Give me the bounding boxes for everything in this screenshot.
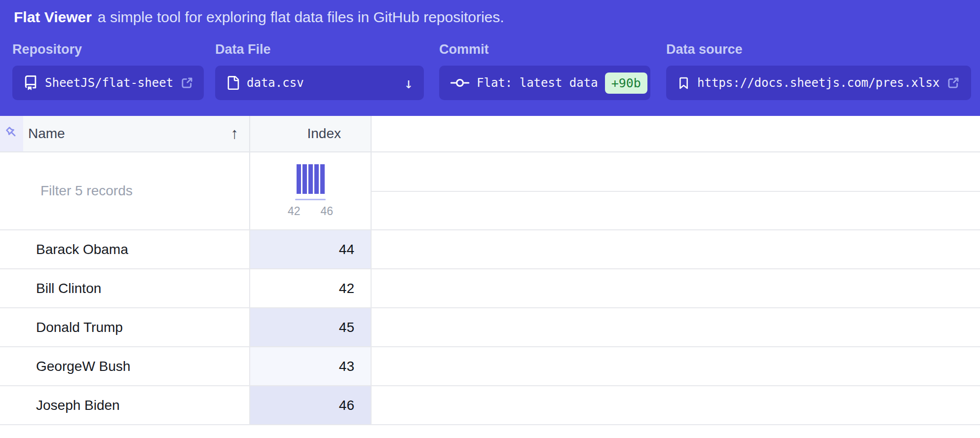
app-subtitle: a simple tool for exploring flat data fi…	[98, 9, 504, 25]
commit-label: Commit	[439, 41, 650, 57]
cell-index: 45	[250, 308, 372, 346]
data-file-value: data.csv	[247, 76, 304, 90]
file-icon	[226, 76, 240, 90]
data-file-label: Data File	[215, 41, 424, 57]
table-row: GeorgeW Bush 43	[0, 347, 980, 386]
cell-name: GeorgeW Bush	[0, 347, 250, 385]
repository-value: SheetJS/flat-sheet	[45, 76, 173, 90]
diff-badge: +90b	[605, 73, 647, 94]
data-file-field-group: Data File data.csv ↓	[215, 41, 424, 100]
histogram-min-label: 42	[288, 205, 301, 218]
app-header: Flat Viewera simple tool for exploring f…	[0, 0, 980, 116]
pin-column-header[interactable]	[0, 116, 23, 151]
dropdown-arrow-icon[interactable]: ↓	[404, 74, 413, 92]
cell-index: 46	[250, 386, 372, 424]
commit-icon	[450, 76, 470, 89]
index-histogram[interactable]: 42 46	[250, 152, 372, 229]
histogram-range-labels: 42 46	[288, 205, 333, 218]
table-row: Bill Clinton 42	[0, 269, 980, 308]
data-grid: Name ↑ Index 42 46 Barack	[0, 116, 980, 425]
sort-ascending-icon[interactable]: ↑	[231, 125, 239, 143]
cell-name: Joseph Biden	[0, 386, 250, 424]
table-row: Donald Trump 45	[0, 308, 980, 347]
data-source-field-group: Data source https://docs.sheetjs.com/pre…	[666, 41, 971, 100]
data-file-selector[interactable]: data.csv ↓	[215, 66, 424, 100]
cell-name: Barack Obama	[0, 230, 250, 268]
column-header-index[interactable]: Index	[250, 116, 372, 151]
pin-icon	[4, 125, 20, 143]
repo-icon	[23, 75, 38, 90]
histogram-underline	[295, 199, 326, 200]
bookmark-icon	[677, 76, 690, 90]
repository-field-group: Repository SheetJS/flat-sheet	[12, 41, 204, 100]
cell-name: Bill Clinton	[0, 269, 250, 307]
flat-viewer-app: Flat Viewera simple tool for exploring f…	[0, 0, 980, 438]
app-title: Flat Viewer	[14, 9, 92, 25]
data-source-label: Data source	[666, 41, 971, 57]
table-row: Joseph Biden 46	[0, 386, 980, 425]
commit-selector[interactable]: Flat: latest data +90b	[439, 66, 650, 100]
external-link-icon[interactable]	[946, 76, 960, 90]
grid-header-row: Name ↑ Index	[0, 116, 980, 152]
repository-selector[interactable]: SheetJS/flat-sheet	[12, 66, 204, 100]
filter-input[interactable]	[39, 182, 239, 199]
external-link-icon[interactable]	[180, 76, 194, 90]
commit-field-group: Commit Flat: latest data +90b	[439, 41, 650, 100]
cell-index: 43	[250, 347, 372, 385]
cell-index: 42	[250, 269, 372, 307]
table-row: Barack Obama 44	[0, 230, 980, 269]
repository-label: Repository	[12, 41, 204, 57]
filter-cell	[0, 152, 250, 229]
cell-index: 44	[250, 230, 372, 268]
grid-extension-divider	[372, 191, 980, 192]
cell-name: Donald Trump	[0, 308, 250, 346]
data-source-link[interactable]: https://docs.sheetjs.com/pres.xlsx	[666, 66, 971, 100]
data-source-value: https://docs.sheetjs.com/pres.xlsx	[697, 76, 940, 90]
histogram-bars	[297, 164, 325, 194]
grid-filter-row: 42 46	[0, 152, 980, 230]
histogram-max-label: 46	[320, 205, 333, 218]
title-line: Flat Viewera simple tool for exploring f…	[14, 8, 504, 27]
column-header-name-label: Name	[28, 126, 65, 142]
column-header-index-label: Index	[307, 126, 341, 142]
commit-value: Flat: latest data	[477, 76, 598, 90]
column-header-name[interactable]: Name ↑	[23, 116, 250, 151]
